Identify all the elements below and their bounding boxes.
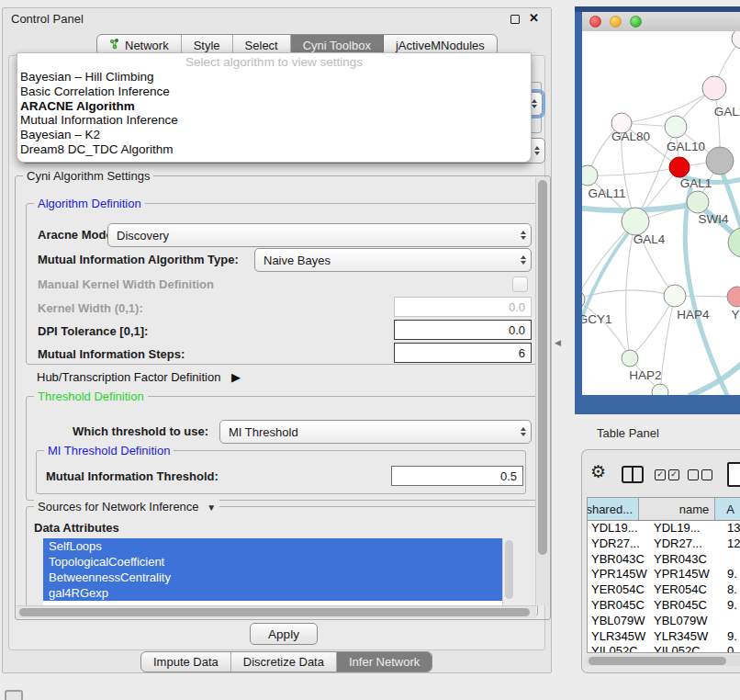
cell-shared-name: YER054C: [591, 582, 645, 598]
mi-type-combo[interactable]: Naive Bayes: [254, 248, 532, 272]
network-node-gal1[interactable]: [669, 157, 690, 177]
cell-shared-name: YDL19...: [591, 521, 638, 536]
apply-button[interactable]: Apply: [250, 623, 318, 645]
mi-type-value: Naive Bayes: [263, 254, 331, 267]
list-scrollbar[interactable]: [502, 538, 515, 614]
network-node-gal10[interactable]: [665, 116, 687, 138]
attribute-item-topologicalcoefficient[interactable]: TopologicalCoefficient: [43, 554, 515, 570]
checkbox-empty-icon[interactable]: [701, 469, 712, 480]
network-edge[interactable]: [582, 290, 675, 299]
panel-splitter-arrow-icon[interactable]: ◀: [555, 338, 561, 347]
algorithm-option-bayesian-k2[interactable]: Bayesian – K2: [17, 128, 531, 142]
table-row[interactable]: YBL079WYBL079W: [588, 614, 740, 629]
table-document-icon[interactable]: [727, 462, 740, 487]
network-canvas[interactable]: GAL2GAL80GAL10GAL1GAL11GAL4SWI4HAP4YGCY1…: [582, 31, 740, 395]
checkbox-checked-icon[interactable]: ✓: [655, 469, 666, 480]
which-threshold-combo[interactable]: MI Threshold: [219, 420, 532, 444]
table-row[interactable]: YDR27...YDR27...12: [588, 536, 740, 552]
network-edge[interactable]: [660, 296, 675, 392]
node-table-body: YDL19...YDL19...13YDR27...YDR27...12YBR0…: [588, 521, 740, 653]
dpi-tolerance-label: DPI Tolerance [0,1]:: [38, 324, 148, 338]
expand-right-icon: ▶: [231, 370, 241, 384]
tab-label: Cyni Toolbox: [303, 39, 371, 52]
table-panel-title: Table Panel: [597, 426, 659, 440]
zoom-traffic-light-icon[interactable]: [630, 16, 642, 28]
table-row[interactable]: YDL19...YDL19...13: [588, 521, 740, 536]
settings-vscrollbar-thumb[interactable]: [538, 180, 547, 555]
data-attributes-list[interactable]: SelfLoopsTopologicalCoefficientBetweenne…: [43, 538, 515, 614]
table-row[interactable]: YER054CYER054C8.: [588, 582, 740, 598]
network-node-label-gal2: GAL2: [714, 105, 740, 119]
mi-threshold-field[interactable]: 0.5: [391, 466, 523, 486]
network-node[interactable]: [732, 31, 740, 49]
attribute-item-gal4rgexp[interactable]: gal4RGexp: [43, 585, 515, 601]
close-traffic-light-icon[interactable]: [589, 16, 601, 28]
column-header-a[interactable]: A: [715, 498, 740, 520]
algorithm-option-dream8-dc-tdc-algorithm[interactable]: Dream8 DC_TDC Algorithm: [17, 142, 531, 157]
table-hscrollbar[interactable]: [585, 655, 740, 666]
tab-label: jActiveMNodules: [396, 39, 485, 52]
table-hscrollbar-thumb[interactable]: [589, 657, 726, 665]
bottom-tab-discretize-data[interactable]: Discretize Data: [231, 652, 337, 672]
network-node-label-hap4: HAP4: [677, 308, 710, 322]
bottom-tab-infer-network[interactable]: Infer Network: [337, 652, 432, 672]
bottom-tab-impute-data[interactable]: Impute Data: [141, 652, 231, 672]
algorithm-option-bayesian-hill-climbing[interactable]: Bayesian – Hill Climbing: [17, 70, 531, 85]
settings-hscrollbar[interactable]: [17, 605, 536, 618]
hub-section-header[interactable]: Hub/Transcription Factor Definition ▶: [37, 370, 241, 384]
float-window-icon[interactable]: [510, 15, 520, 24]
mi-threshold-group-title: MI Threshold Definition: [44, 444, 174, 457]
algorithm-option-aracne-algorithm[interactable]: ARACNE Algorithm: [17, 99, 531, 114]
minimize-traffic-light-icon[interactable]: [610, 16, 622, 28]
node-table: shared...nameA YDL19...YDL19...13YDR27..…: [587, 497, 740, 653]
attribute-item-betweennesscentrality[interactable]: BetweennessCentrality: [43, 570, 515, 585]
algorithm-option-mutual-information-inference[interactable]: Mutual Information Inference: [17, 113, 531, 128]
network-node-y[interactable]: [727, 287, 740, 307]
cyni-algorithm-settings-title: Cyni Algorithm Settings: [23, 169, 153, 183]
close-icon[interactable]: ✕: [529, 11, 539, 25]
cell-name: YLR345W: [654, 629, 708, 645]
network-node-gal11[interactable]: [582, 165, 598, 186]
cell-name: YDL19...: [654, 521, 701, 536]
collapse-down-icon[interactable]: ▼: [207, 502, 216, 513]
table-row[interactable]: YLR345WYLR345W9.: [588, 629, 740, 645]
mi-steps-field[interactable]: 6: [394, 343, 532, 363]
network-node-gal4[interactable]: [622, 208, 649, 235]
network-edge[interactable]: [582, 299, 630, 358]
mi-type-label: Mutual Information Algorithm Type:: [38, 253, 239, 266]
column-header-name[interactable]: name: [639, 498, 715, 520]
network-node-swi4[interactable]: [687, 191, 709, 213]
dpi-tolerance-value: 0.0: [509, 323, 525, 337]
settings-vscrollbar[interactable]: [535, 177, 549, 605]
columns-icon[interactable]: [622, 466, 644, 483]
table-row[interactable]: YBR045CYBR045C9.: [588, 598, 740, 614]
aracne-mode-combo[interactable]: Discovery: [107, 223, 532, 247]
settings-hscrollbar-thumb[interactable]: [19, 608, 530, 616]
algorithm-option-basic-correlation-inference[interactable]: Basic Correlation Inference: [17, 85, 531, 99]
network-node-gal2[interactable]: [702, 76, 726, 100]
checkbox-empty-icon[interactable]: [688, 469, 699, 480]
table-row[interactable]: YPR145WYPR145W9.: [588, 567, 740, 582]
network-node-label-gal4: GAL4: [633, 232, 666, 246]
column-header-shared[interactable]: shared...: [588, 498, 639, 520]
cell-name: YDR27...: [654, 536, 702, 552]
manual-kernel-checkbox[interactable]: [512, 277, 528, 292]
network-edge[interactable]: [622, 88, 714, 123]
algorithm-definition-group: Algorithm Definition Aracne Mode: Discov…: [26, 203, 538, 365]
manual-kernel-label: Manual Kernel Width Definition: [38, 277, 214, 291]
table-row[interactable]: YIL052CYIL052C0.: [588, 644, 740, 653]
checkbox-checked-icon[interactable]: ✓: [668, 469, 679, 480]
network-node-hap2[interactable]: [622, 350, 638, 367]
kernel-width-field[interactable]: 0.0: [394, 297, 532, 317]
network-node-hap4[interactable]: [664, 285, 686, 307]
gear-icon[interactable]: ⚙: [590, 461, 606, 481]
network-window-titlebar[interactable]: [582, 12, 740, 32]
network-node[interactable]: [706, 147, 734, 175]
list-scrollbar-thumb[interactable]: [505, 540, 513, 599]
corner-partial-button[interactable]: [5, 690, 23, 700]
table-row[interactable]: YBR043CYBR043C: [588, 552, 740, 568]
network-edge[interactable]: [588, 167, 679, 175]
attribute-item-selfloops[interactable]: SelfLoops: [43, 538, 515, 554]
algorithm-definition-title: Algorithm Definition: [34, 197, 145, 210]
dpi-tolerance-field[interactable]: 0.0: [394, 320, 532, 340]
